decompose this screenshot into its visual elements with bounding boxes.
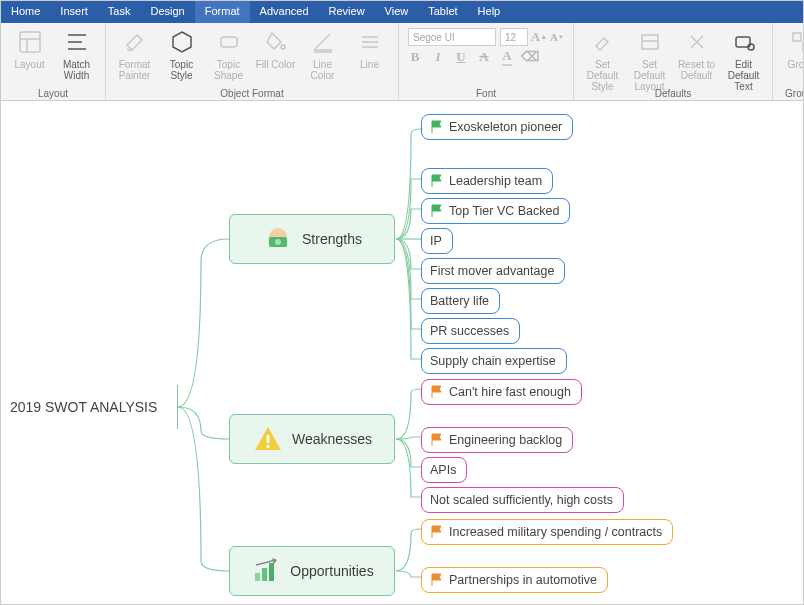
topic-item[interactable]: Leadership team xyxy=(421,168,553,194)
topic-item[interactable]: Exoskeleton pioneer xyxy=(421,114,573,140)
edit-default-text-button[interactable]: Edit Default Text xyxy=(721,26,766,86)
format-painter-button[interactable]: Format Painter xyxy=(112,26,157,86)
ribbon-group-layout: Layout Match Width Layout xyxy=(1,23,106,100)
increase-font-icon[interactable]: A▲ xyxy=(532,30,546,44)
topic-label: APIs xyxy=(430,463,456,477)
topic-label: First mover advantage xyxy=(430,264,554,278)
topic-label: Increased military spending / contracts xyxy=(449,525,662,539)
topic-item[interactable]: Engineering backlog xyxy=(421,427,573,453)
match-width-button[interactable]: Match Width xyxy=(54,26,99,86)
topic-item[interactable]: Not scaled sufficiently, high costs xyxy=(421,487,624,513)
svg-rect-23 xyxy=(267,435,270,443)
tab-tablet[interactable]: Tablet xyxy=(418,1,467,23)
tab-insert[interactable]: Insert xyxy=(50,1,98,23)
svg-rect-24 xyxy=(267,445,270,448)
tab-help[interactable]: Help xyxy=(468,1,511,23)
tab-advanced[interactable]: Advanced xyxy=(250,1,319,23)
svg-rect-27 xyxy=(269,563,274,581)
menu-bar: Home Insert Task Design Format Advanced … xyxy=(1,1,803,23)
category-strengths[interactable]: Strengths xyxy=(229,214,395,264)
line-color-button[interactable]: Line Color xyxy=(300,26,345,86)
tab-task[interactable]: Task xyxy=(98,1,141,23)
category-weaknesses[interactable]: Weaknesses xyxy=(229,414,395,464)
underline-icon[interactable]: U xyxy=(454,50,468,64)
close-x-icon xyxy=(684,29,710,55)
topic-style-button[interactable]: Topic Style xyxy=(159,26,204,86)
category-opportunities[interactable]: Opportunities xyxy=(229,546,395,596)
topic-item[interactable]: Battery life xyxy=(421,288,500,314)
reset-to-default-button[interactable]: Reset to Default xyxy=(674,26,719,86)
warning-icon xyxy=(252,423,284,455)
tab-home[interactable]: Home xyxy=(1,1,50,23)
category-label: Opportunities xyxy=(290,563,373,579)
topic-shape-button[interactable]: Topic Shape xyxy=(206,26,251,86)
topic-item[interactable]: PR successes xyxy=(421,318,520,344)
set-default-layout-button[interactable]: Set Default Layout xyxy=(627,26,672,86)
topic-item[interactable]: Supply chain expertise xyxy=(421,348,567,374)
italic-icon[interactable]: I xyxy=(431,50,445,64)
layout-icon xyxy=(17,29,43,55)
topic-style-icon xyxy=(169,29,195,55)
clear-format-icon[interactable]: ⌫ xyxy=(523,50,537,64)
flag-icon xyxy=(430,120,444,134)
bold-icon[interactable]: B xyxy=(408,50,422,64)
tab-design[interactable]: Design xyxy=(140,1,194,23)
set-default-style-icon xyxy=(590,29,616,55)
topic-style-label: Topic Style xyxy=(159,59,204,81)
connector-lines xyxy=(1,101,804,605)
font-size-combo[interactable]: 12 xyxy=(500,28,528,46)
svg-rect-0 xyxy=(20,32,40,52)
line-icon xyxy=(357,29,383,55)
group-icon xyxy=(789,29,805,55)
svg-point-7 xyxy=(281,45,285,49)
fill-color-label: Fill Color xyxy=(256,59,295,70)
match-width-button-label: Match Width xyxy=(54,59,99,81)
line-color-label: Line Color xyxy=(300,59,345,81)
topic-item[interactable]: IP xyxy=(421,228,453,254)
tab-format[interactable]: Format xyxy=(195,1,250,23)
ribbon-group-label: Layout xyxy=(1,88,105,99)
topic-item[interactable]: First mover advantage xyxy=(421,258,565,284)
topic-item[interactable]: Increased military spending / contracts xyxy=(421,519,673,545)
money-icon xyxy=(262,223,294,255)
category-label: Strengths xyxy=(302,231,362,247)
topic-label: PR successes xyxy=(430,324,509,338)
line-color-icon xyxy=(310,29,336,55)
topic-item[interactable]: Top Tier VC Backed xyxy=(421,198,570,224)
decrease-font-icon[interactable]: A▼ xyxy=(550,30,564,44)
tab-review[interactable]: Review xyxy=(319,1,375,23)
layout-button-label: Layout xyxy=(14,59,44,70)
line-button[interactable]: Line xyxy=(347,26,392,86)
topic-item[interactable]: APIs xyxy=(421,457,467,483)
topic-shape-label: Topic Shape xyxy=(206,59,251,81)
svg-rect-8 xyxy=(315,50,331,52)
topic-label: IP xyxy=(430,234,442,248)
topic-label: Not scaled sufficiently, high costs xyxy=(430,493,613,507)
flag-icon xyxy=(430,433,444,447)
flag-icon xyxy=(430,204,444,218)
ribbon-group-object-format: Format Painter Topic Style Topic Shape F… xyxy=(106,23,399,100)
tab-view[interactable]: View xyxy=(375,1,419,23)
set-default-style-button[interactable]: Set Default Style xyxy=(580,26,625,86)
topic-item[interactable]: Can't hire fast enough xyxy=(421,379,582,405)
bar-chart-up-icon xyxy=(250,555,282,587)
group-button[interactable]: Group xyxy=(779,26,804,86)
fill-color-button[interactable]: Fill Color xyxy=(253,26,298,86)
topic-item[interactable]: Partnerships in automotive xyxy=(421,567,608,593)
strike-icon[interactable]: A xyxy=(477,50,491,64)
mindmap-canvas[interactable]: 2019 SWOT ANALYSIS Strengths Exoskeleton… xyxy=(1,101,803,604)
format-painter-label: Format Painter xyxy=(112,59,157,81)
flag-icon xyxy=(430,573,444,587)
svg-rect-6 xyxy=(221,37,237,47)
ribbon: Layout Match Width Layout Format Painter… xyxy=(1,23,803,101)
svg-rect-26 xyxy=(262,568,267,581)
svg-rect-18 xyxy=(793,33,801,41)
layout-button[interactable]: Layout xyxy=(7,26,52,86)
font-name-combo[interactable]: Segoe UI xyxy=(408,28,496,46)
root-topic[interactable]: 2019 SWOT ANALYSIS xyxy=(1,385,178,429)
group-label: Group xyxy=(788,59,804,70)
line-label: Line xyxy=(360,59,379,70)
font-color-icon[interactable]: A xyxy=(500,50,514,64)
ribbon-group-groups: Group Groups xyxy=(773,23,804,100)
ribbon-group-defaults: Set Default Style Set Default Layout Res… xyxy=(574,23,773,100)
